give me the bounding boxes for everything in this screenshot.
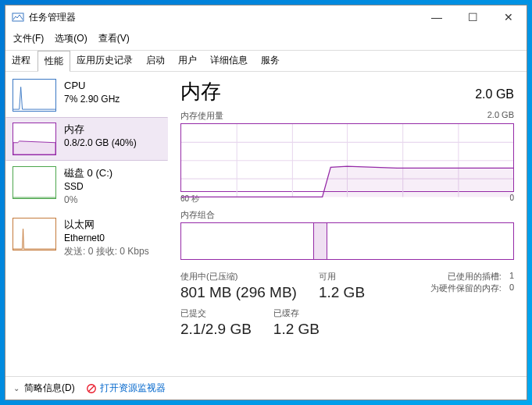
menu-options[interactable]: 选项(O) bbox=[50, 30, 91, 47]
capacity-value: 2.0 GB bbox=[475, 87, 514, 101]
compose-standby bbox=[327, 223, 513, 259]
open-resource-monitor-link[interactable]: 打开资源监视器 bbox=[86, 382, 166, 395]
resource-monitor-label: 打开资源监视器 bbox=[100, 382, 166, 395]
usage-label-row: 内存使用量 2.0 GB bbox=[180, 110, 514, 122]
window-title: 任务管理器 bbox=[29, 11, 419, 24]
memory-title: 内存 bbox=[64, 123, 137, 137]
maximize-button[interactable]: ☐ bbox=[455, 5, 491, 29]
stats-row-2: 已提交 2.1/2.9 GB 已缓存 1.2 GB bbox=[180, 307, 514, 338]
resource-monitor-icon bbox=[86, 383, 97, 394]
stat-commit-value: 2.1/2.9 GB bbox=[180, 321, 252, 338]
memory-thumb-icon bbox=[12, 123, 56, 155]
stat-avail-value: 1.2 GB bbox=[319, 284, 365, 301]
stat-cached: 已缓存 1.2 GB bbox=[273, 307, 320, 338]
sidebar-item-memory[interactable]: 内存 0.8/2.0 GB (40%) bbox=[5, 117, 168, 161]
disk-sub: SSD bbox=[64, 180, 112, 194]
cpu-text: CPU 7% 2.90 GHz bbox=[64, 79, 120, 112]
ethernet-sub2: 发送: 0 接收: 0 Kbps bbox=[64, 245, 149, 258]
stat-inuse: 使用中(已压缩) 801 MB (296 MB) bbox=[180, 271, 297, 301]
memory-sub: 0.8/2.0 GB (40%) bbox=[64, 137, 137, 150]
sidebar: CPU 7% 2.90 GHz 内存 0.8/2.0 GB (40%) 磁盘 0… bbox=[5, 72, 168, 376]
footer: ⌄ 简略信息(D) 打开资源监视器 bbox=[5, 376, 527, 400]
compose-inuse bbox=[181, 223, 314, 259]
close-button[interactable]: ✕ bbox=[491, 5, 527, 29]
stat-commit-label: 已提交 bbox=[180, 307, 252, 319]
tab-history[interactable]: 应用历史记录 bbox=[70, 51, 140, 71]
sidebar-item-ethernet[interactable]: 以太网 Ethernet0 发送: 0 接收: 0 Kbps bbox=[5, 212, 168, 264]
stat-avail-label: 可用 bbox=[319, 271, 365, 282]
sidebar-item-disk[interactable]: 磁盘 0 (C:) SSD 0% bbox=[5, 161, 168, 212]
tabs: 进程 性能 应用历史记录 启动 用户 详细信息 服务 bbox=[5, 50, 527, 72]
task-manager-window: 任务管理器 — ☐ ✕ 文件(F) 选项(O) 查看(V) 进程 性能 应用历史… bbox=[5, 5, 527, 400]
stat-reserved-val: 0 bbox=[509, 282, 514, 294]
menubar: 文件(F) 选项(O) 查看(V) bbox=[5, 29, 527, 48]
compose-label-row: 内存组合 bbox=[180, 209, 514, 221]
ethernet-title: 以太网 bbox=[64, 218, 149, 232]
memory-usage-chart bbox=[180, 123, 514, 192]
memory-text: 内存 0.8/2.0 GB (40%) bbox=[64, 123, 137, 155]
disk-sub2: 0% bbox=[64, 194, 112, 207]
stats-row-1: 使用中(已压缩) 801 MB (296 MB) 可用 1.2 GB 已使用的插… bbox=[180, 271, 514, 301]
disk-title: 磁盘 0 (C:) bbox=[64, 166, 112, 180]
stat-slots-val: 1 bbox=[509, 271, 514, 282]
cpu-sub: 7% 2.90 GHz bbox=[64, 93, 120, 106]
menu-view[interactable]: 查看(V) bbox=[94, 30, 134, 47]
stat-inuse-label: 使用中(已压缩) bbox=[180, 271, 297, 282]
compose-modified bbox=[314, 223, 327, 259]
disk-thumb-icon bbox=[12, 166, 56, 199]
tab-services[interactable]: 服务 bbox=[255, 51, 287, 71]
tab-processes[interactable]: 进程 bbox=[5, 51, 37, 71]
tab-users[interactable]: 用户 bbox=[172, 51, 204, 71]
chevron-down-icon[interactable]: ⌄ bbox=[13, 384, 20, 393]
stat-cached-label: 已缓存 bbox=[273, 307, 320, 319]
tab-startup[interactable]: 启动 bbox=[140, 51, 172, 71]
stat-commit: 已提交 2.1/2.9 GB bbox=[180, 307, 252, 338]
ethernet-text: 以太网 Ethernet0 发送: 0 接收: 0 Kbps bbox=[64, 218, 149, 258]
tab-details[interactable]: 详细信息 bbox=[204, 51, 255, 71]
page-title: 内存 bbox=[180, 78, 221, 105]
main-panel: 内存 2.0 GB 内存使用量 2.0 GB 60 秒 0 bbox=[168, 72, 527, 376]
stat-cached-value: 1.2 GB bbox=[273, 321, 320, 338]
menu-file[interactable]: 文件(F) bbox=[9, 30, 48, 47]
tab-performance[interactable]: 性能 bbox=[37, 51, 70, 72]
minimize-button[interactable]: — bbox=[419, 5, 455, 29]
usage-label: 内存使用量 bbox=[180, 110, 223, 122]
titlebar[interactable]: 任务管理器 — ☐ ✕ bbox=[5, 5, 527, 29]
cpu-thumb-icon bbox=[12, 79, 56, 112]
main-header: 内存 2.0 GB bbox=[180, 78, 514, 105]
memory-composition-chart bbox=[180, 222, 514, 260]
ethernet-thumb-icon bbox=[12, 218, 56, 250]
stat-slots-label: 已使用的插槽: bbox=[448, 271, 502, 282]
disk-text: 磁盘 0 (C:) SSD 0% bbox=[64, 166, 112, 207]
stat-inuse-value: 801 MB (296 MB) bbox=[180, 284, 297, 301]
stat-right: 已使用的插槽:1 为硬件保留的内存:0 bbox=[430, 271, 514, 301]
usage-max: 2.0 GB bbox=[487, 110, 514, 122]
ethernet-sub: Ethernet0 bbox=[64, 232, 149, 245]
cpu-title: CPU bbox=[64, 79, 120, 93]
content-area: CPU 7% 2.90 GHz 内存 0.8/2.0 GB (40%) 磁盘 0… bbox=[5, 72, 527, 376]
compose-label: 内存组合 bbox=[180, 209, 215, 221]
brief-info-button[interactable]: 简略信息(D) bbox=[24, 382, 75, 395]
sidebar-item-cpu[interactable]: CPU 7% 2.90 GHz bbox=[5, 73, 168, 117]
window-buttons: — ☐ ✕ bbox=[419, 5, 527, 29]
stat-avail: 可用 1.2 GB bbox=[319, 271, 365, 301]
app-icon bbox=[12, 11, 24, 23]
svg-line-10 bbox=[88, 385, 94, 391]
stat-reserved-label: 为硬件保留的内存: bbox=[430, 282, 502, 294]
